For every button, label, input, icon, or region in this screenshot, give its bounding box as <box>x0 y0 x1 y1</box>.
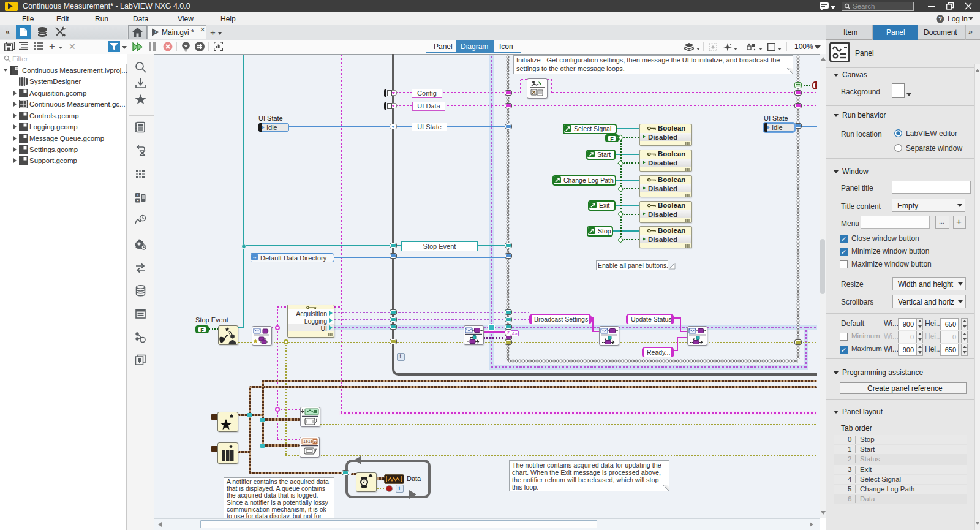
svg-text:+: + <box>154 29 157 35</box>
svg-text:?: ? <box>938 16 942 23</box>
svg-text:-: - <box>137 197 139 203</box>
svg-text:10: 10 <box>314 440 318 444</box>
